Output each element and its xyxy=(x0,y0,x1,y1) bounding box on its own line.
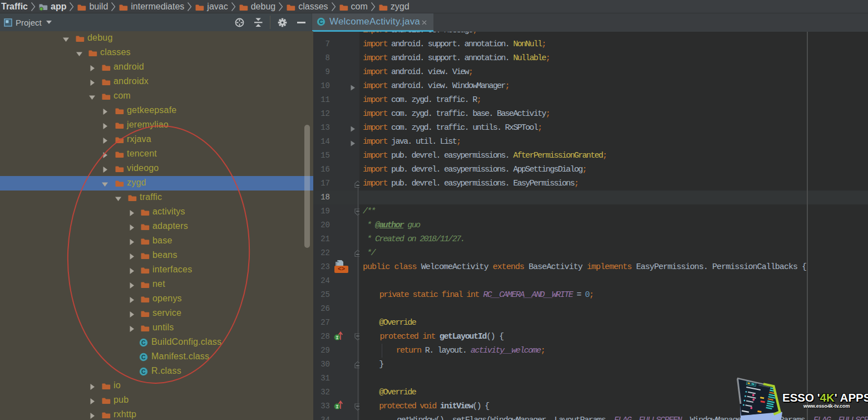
svg-text:C: C xyxy=(319,18,323,25)
svg-text:C: C xyxy=(141,354,146,360)
svg-text:C: C xyxy=(141,339,146,346)
svg-text:C: C xyxy=(141,368,146,375)
